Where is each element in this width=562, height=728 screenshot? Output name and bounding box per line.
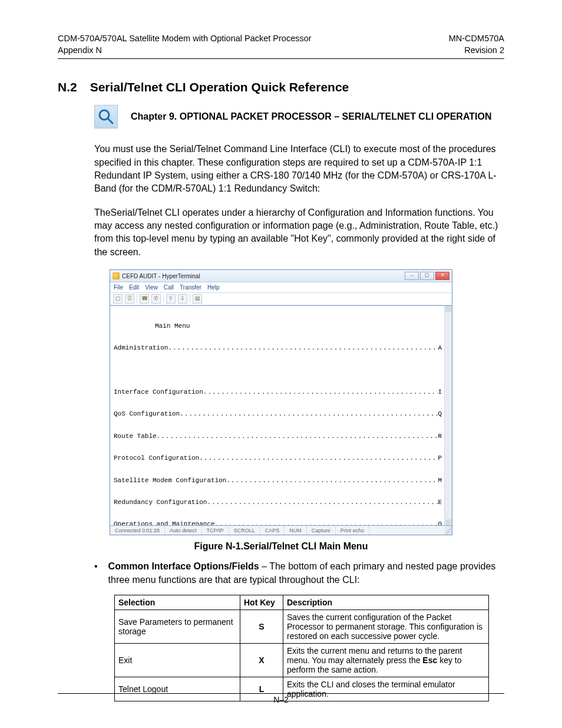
close-button[interactable]: ✕ xyxy=(435,272,449,280)
body-paragraph-1: You must use the Serial/Telnet Command L… xyxy=(94,143,504,196)
section-title: Serial/Telnet CLI Operation Quick Refere… xyxy=(90,80,349,94)
figure-caption: Figure N-1.Serial/Telnet CLI Main Menu xyxy=(58,541,504,552)
tb-disconnect-icon[interactable]: ✆ xyxy=(151,294,161,304)
hyperterminal-window: CEFD AUDIT - HyperTerminal – ▢ ✕ File Ed… xyxy=(110,269,452,535)
header-right-1: MN-CDM570A xyxy=(449,33,504,45)
term-row: Redundancy Configuration................… xyxy=(114,497,442,508)
status-printecho: Print echo xyxy=(336,526,370,535)
footer-rule xyxy=(58,693,504,694)
cell-hotkey: X xyxy=(240,644,283,677)
ht-title-text: CEFD AUDIT - HyperTerminal xyxy=(122,273,200,279)
page-header: CDM-570A/570AL Satellite Modem with Opti… xyxy=(58,33,504,56)
term-row: Interface Configuration.................… xyxy=(114,387,442,398)
tb-sep xyxy=(163,295,164,303)
status-connected: Connected 0:01:28 xyxy=(110,526,165,535)
ht-terminal-content: Main Menu Administration................… xyxy=(110,306,444,525)
status-capture: Capture xyxy=(307,526,336,535)
svg-line-1 xyxy=(108,118,113,123)
menu-file[interactable]: File xyxy=(114,284,123,291)
tb-sep xyxy=(190,295,190,303)
ht-scrollbar[interactable] xyxy=(444,306,452,525)
tb-sep xyxy=(137,295,137,303)
th-hotkey: Hot Key xyxy=(240,595,283,610)
term-row: Route Table.............................… xyxy=(114,431,442,442)
ht-toolbar: ▢ ☰ ☎ ✆ ⇧ ⇩ ▤ xyxy=(110,293,452,305)
chapter-reference: Chapter 9. OPTIONAL PACKET PROCESSOR – S… xyxy=(131,111,492,122)
menu-transfer[interactable]: Transfer xyxy=(180,284,201,291)
tb-receive-icon[interactable]: ⇩ xyxy=(178,294,187,304)
page-number: N–2 xyxy=(0,695,562,704)
cell-hotkey: S xyxy=(240,610,283,644)
ht-statusbar: Connected 0:01:28 Auto detect TCP/IP SCR… xyxy=(110,526,452,535)
bullet-text: Common Interface Options/Fields – The bo… xyxy=(108,560,504,587)
magnifier-icon xyxy=(94,105,118,129)
table-row: Save Parameters to permanent storage S S… xyxy=(115,610,489,644)
header-right-2: Revision 2 xyxy=(449,45,504,57)
cell-description: Saves the current configuration of the P… xyxy=(283,610,489,644)
table-row: Exit X Exits the current menu and return… xyxy=(115,644,489,677)
maximize-button[interactable]: ▢ xyxy=(420,272,434,280)
status-caps: CAPS xyxy=(260,526,285,535)
menu-edit[interactable]: Edit xyxy=(129,284,139,291)
tb-open-icon[interactable]: ☰ xyxy=(125,294,134,304)
ht-titlebar: CEFD AUDIT - HyperTerminal – ▢ ✕ xyxy=(110,270,452,282)
th-description: Description xyxy=(283,595,489,610)
cell-selection: Save Parameters to permanent storage xyxy=(115,610,240,644)
options-table: Selection Hot Key Description Save Param… xyxy=(114,595,489,701)
menu-view[interactable]: View xyxy=(145,284,158,291)
menu-help[interactable]: Help xyxy=(207,284,220,291)
status-autodetect: Auto detect xyxy=(165,526,202,535)
section-number: N.2 xyxy=(58,80,77,94)
minimize-button[interactable]: – xyxy=(405,272,419,280)
th-selection: Selection xyxy=(115,595,240,610)
header-left-1: CDM-570A/570AL Satellite Modem with Opti… xyxy=(58,33,312,45)
main-menu-heading: Main Menu xyxy=(114,321,442,332)
body-paragraph-2: TheSerial/Telnet CLI operates under a hi… xyxy=(94,206,504,259)
tb-new-icon[interactable]: ▢ xyxy=(113,294,123,304)
bullet-dot-icon: • xyxy=(94,560,98,587)
ht-menubar: File Edit View Call Transfer Help xyxy=(110,282,452,293)
cell-selection: Exit xyxy=(115,644,240,677)
tb-send-icon[interactable]: ⇧ xyxy=(166,294,176,304)
cell-description: Exits the current menu and returns to th… xyxy=(283,644,489,677)
term-row: QoS Configuration.......................… xyxy=(114,409,442,420)
header-left-2: Appendix N xyxy=(58,45,312,57)
tb-connect-icon[interactable]: ☎ xyxy=(140,294,149,304)
menu-call[interactable]: Call xyxy=(164,284,174,291)
status-scroll: SCROLL xyxy=(229,526,260,535)
bullet-bold: Common Interface Options/Fields xyxy=(108,561,259,571)
header-rule xyxy=(58,58,504,59)
tb-props-icon[interactable]: ▤ xyxy=(193,294,202,304)
ht-app-icon xyxy=(113,272,120,279)
term-row: Administration..........................… xyxy=(114,342,442,354)
term-row: Operations and Maintenance..............… xyxy=(114,519,442,525)
term-row: Satellite Modem Configuration...........… xyxy=(114,475,442,486)
status-proto: TCP/IP xyxy=(202,526,229,535)
resize-grip-icon[interactable] xyxy=(445,526,452,535)
status-num: NUM xyxy=(285,526,307,535)
term-row: Protocol Configuration..................… xyxy=(114,453,442,464)
